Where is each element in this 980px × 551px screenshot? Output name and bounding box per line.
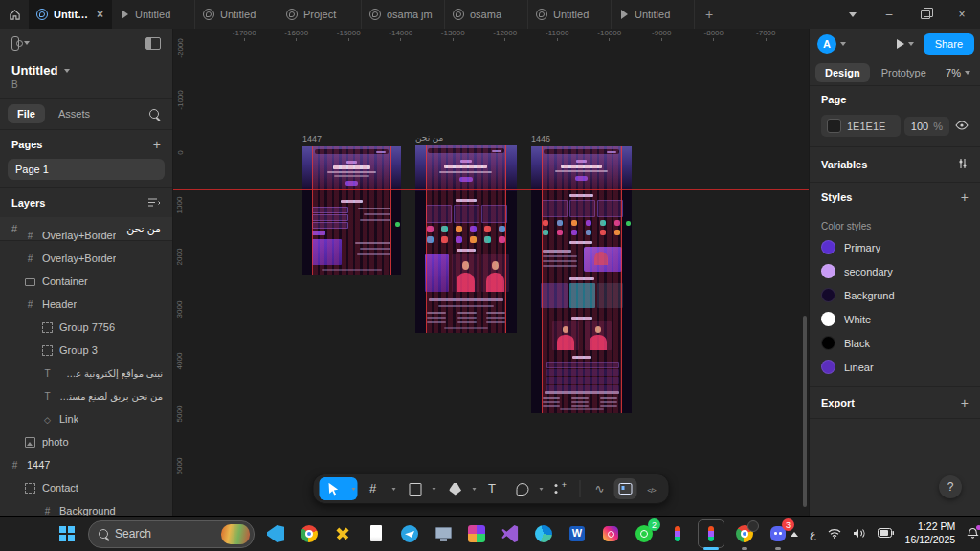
start-button[interactable] xyxy=(56,522,78,545)
layers-sort-icon[interactable] xyxy=(147,197,161,209)
taskbar-app-button[interactable] xyxy=(263,520,288,547)
page-color-input[interactable]: 1E1E1E xyxy=(821,115,901,137)
tool-button[interactable] xyxy=(440,477,479,500)
red-guide-line[interactable] xyxy=(173,189,809,190)
file-tab[interactable]: Untitled × xyxy=(29,0,112,29)
page-opacity-input[interactable]: 100 % xyxy=(904,117,949,136)
file-tab[interactable]: Untitled xyxy=(612,0,695,29)
close-tab-icon[interactable]: × xyxy=(97,8,103,21)
home-button[interactable] xyxy=(0,0,29,29)
taskbar-app-button[interactable] xyxy=(431,520,456,547)
taskbar-app-button[interactable] xyxy=(699,520,724,547)
color-style-item[interactable]: Backgrund xyxy=(810,283,980,307)
taskbar-app-button[interactable] xyxy=(330,520,355,547)
taskbar-app-button[interactable] xyxy=(732,520,757,547)
minimize-button[interactable]: – xyxy=(871,0,907,29)
color-style-item[interactable]: Black xyxy=(810,331,980,355)
share-button[interactable]: Share xyxy=(924,33,974,55)
frame-label[interactable]: من نحن xyxy=(415,133,443,143)
collapse-sidebar-icon[interactable] xyxy=(145,37,161,50)
tool-button[interactable] xyxy=(480,477,505,500)
taskbar-app-button[interactable] xyxy=(364,520,389,547)
taskbar-app-button[interactable] xyxy=(665,520,690,547)
tray-expand-icon[interactable] xyxy=(791,532,798,537)
visibility-eye-icon[interactable] xyxy=(955,121,969,132)
color-style-item[interactable]: secondary xyxy=(810,259,980,283)
chevron-down-icon[interactable] xyxy=(908,42,914,46)
present-icon[interactable] xyxy=(897,39,904,49)
avatar[interactable]: A xyxy=(817,34,836,54)
tab-design[interactable]: Design xyxy=(815,63,870,82)
new-tab-button[interactable]: + xyxy=(695,0,724,29)
file-tab[interactable]: Untitled xyxy=(195,0,278,29)
canvas[interactable]: -17000-16000-15000-14000-13000-12000-110… xyxy=(173,29,809,517)
language-indicator[interactable]: ع xyxy=(810,528,816,540)
layer-row[interactable]: Contact xyxy=(0,476,172,499)
mode-button[interactable] xyxy=(640,478,663,499)
chevron-down-icon[interactable] xyxy=(840,42,846,46)
layer-row[interactable]: 1447 xyxy=(0,453,172,476)
add-style-button[interactable]: + xyxy=(961,189,969,205)
clock[interactable]: 1:22 PM 16/12/2025 xyxy=(905,520,956,546)
taskbar-app-button[interactable]: 3 xyxy=(766,520,791,547)
layer-row[interactable]: Group 7756 xyxy=(0,316,172,339)
file-tab[interactable]: Untitled xyxy=(112,0,195,29)
search-icon[interactable] xyxy=(149,109,159,119)
color-style-item[interactable]: Linear xyxy=(810,355,980,379)
add-page-button[interactable]: + xyxy=(153,137,161,152)
page-item[interactable]: Page 1 xyxy=(8,159,165,180)
layer-row[interactable]: Background xyxy=(0,499,172,517)
volume-icon[interactable] xyxy=(853,528,866,540)
taskbar-app-button[interactable] xyxy=(598,520,623,547)
chevron-down-icon[interactable] xyxy=(24,41,30,45)
layer-row[interactable]: من نحن بريق لصنع مستقبلك الرقمي! xyxy=(0,385,172,408)
frame-label[interactable]: 1446 xyxy=(531,134,550,143)
add-export-button[interactable]: + xyxy=(961,395,969,410)
variables-icon[interactable] xyxy=(957,157,969,172)
file-tab[interactable]: Untitled xyxy=(528,0,612,29)
design-frame-1446[interactable] xyxy=(531,146,632,413)
taskbar-app-button[interactable] xyxy=(565,520,590,547)
notification-bell-icon[interactable] xyxy=(967,527,979,541)
file-name-row[interactable]: Untitled xyxy=(0,57,172,79)
window-menu-button[interactable] xyxy=(835,0,871,29)
battery-icon[interactable] xyxy=(878,528,894,540)
wifi-icon[interactable] xyxy=(828,528,841,540)
frame-label[interactable]: 1447 xyxy=(302,134,322,143)
close-window-button[interactable]: × xyxy=(944,0,980,29)
layer-row[interactable]: photo xyxy=(0,430,172,453)
layer-row[interactable]: نبني مواقع إلكترونية عصرية تُحدث تأثيرًا… xyxy=(0,362,172,385)
layer-row[interactable]: Group 3 xyxy=(0,339,172,362)
tab-prototype[interactable]: Prototype xyxy=(872,63,936,82)
layer-row[interactable]: Header xyxy=(0,293,172,316)
layer-row[interactable]: Link xyxy=(0,408,172,430)
file-tab[interactable]: osama jm xyxy=(362,0,445,29)
page-color-swatch[interactable] xyxy=(827,119,841,133)
tool-button[interactable] xyxy=(547,477,572,500)
tab-file[interactable]: File xyxy=(8,104,45,123)
tool-button[interactable] xyxy=(507,477,546,500)
design-frame-1447[interactable] xyxy=(302,146,401,275)
tab-assets[interactable]: Assets xyxy=(49,104,100,123)
layer-row[interactable]: Overlay+Border xyxy=(0,247,172,270)
design-frame-about[interactable] xyxy=(415,145,517,333)
mode-button[interactable] xyxy=(614,478,637,499)
taskbar-app-button[interactable] xyxy=(397,520,422,547)
restore-button[interactable] xyxy=(907,0,944,29)
taskbar-app-button[interactable] xyxy=(531,520,556,547)
taskbar-app-button[interactable] xyxy=(498,520,523,547)
tool-button[interactable] xyxy=(400,477,438,500)
canvas-scrollbar[interactable] xyxy=(803,316,807,507)
taskbar-search[interactable]: Search xyxy=(88,520,255,548)
layer-row[interactable]: Container xyxy=(0,270,172,293)
taskbar-app-button[interactable] xyxy=(464,520,489,547)
mode-button[interactable] xyxy=(589,478,612,499)
taskbar-app-button[interactable]: 2 xyxy=(632,520,657,547)
tool-button[interactable] xyxy=(360,477,398,500)
tool-button[interactable] xyxy=(320,477,358,500)
zoom-control[interactable]: 7% xyxy=(946,67,974,78)
file-tab[interactable]: osama xyxy=(445,0,528,29)
color-style-item[interactable]: Primary xyxy=(810,235,980,259)
layer-row[interactable]: Overlay+Border xyxy=(0,232,172,247)
file-tab[interactable]: Project xyxy=(278,0,362,29)
